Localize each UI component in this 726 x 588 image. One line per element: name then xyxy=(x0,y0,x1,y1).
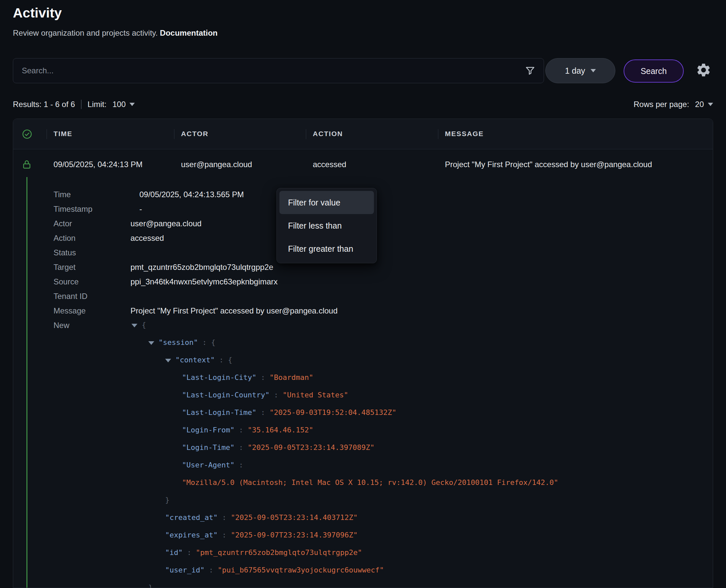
column-header-action: ACTION xyxy=(313,130,343,138)
column-header-time: TIME xyxy=(54,130,72,138)
json-key[interactable]: "Login-Time" xyxy=(182,443,235,451)
detail-value: 09/05/2025, 04:24:13.565 PM xyxy=(140,190,244,199)
json-colon: : xyxy=(270,391,283,399)
detail-row: Tenant ID xyxy=(13,289,713,303)
json-key[interactable]: "created_at" xyxy=(165,513,218,522)
activity-page: Activity Review organization and project… xyxy=(0,0,726,588)
json-line: "Last-Login-City" : "Boardman" xyxy=(131,369,558,386)
json-close-brace: } xyxy=(165,496,169,504)
time-range-dropdown[interactable]: 1 day xyxy=(545,58,615,83)
json-key[interactable]: "id" xyxy=(165,548,183,556)
search-box xyxy=(13,58,544,83)
json-key[interactable]: "context" xyxy=(175,356,215,364)
json-key[interactable]: "Last-Login-Country" xyxy=(182,391,270,399)
row-message: Project "My First Project" accessed by u… xyxy=(445,160,652,169)
lock-icon xyxy=(21,159,32,170)
limit-dropdown[interactable]: 100 xyxy=(112,100,135,109)
settings-gear-icon[interactable] xyxy=(696,62,711,78)
chevron-down-icon xyxy=(129,103,135,106)
json-key[interactable]: "User-Agent" xyxy=(182,461,235,469)
json-open-brace: { xyxy=(142,321,146,329)
rows-per-page-label: Rows per page: xyxy=(634,100,689,109)
limit-label: Limit: xyxy=(87,100,106,109)
json-key[interactable]: "expires_at" xyxy=(165,531,218,539)
json-colon: : xyxy=(218,531,231,539)
json-value[interactable]: "United States" xyxy=(283,391,348,399)
json-key[interactable]: "Last-Login-City" xyxy=(182,373,256,381)
json-key[interactable]: "Last-Login-Time" xyxy=(182,408,256,417)
json-line: "context" : { xyxy=(131,351,558,369)
json-value[interactable]: "Mozilla/5.0 (Macintosh; Intel Mac OS X … xyxy=(182,478,558,487)
json-colon: : xyxy=(183,548,196,556)
rows-per-page-dropdown[interactable]: 20 xyxy=(695,100,713,109)
search-button[interactable]: Search xyxy=(624,60,684,83)
json-open-brace: { xyxy=(211,338,215,346)
table-header: TIME ACTOR ACTION MESSAGE xyxy=(13,119,713,149)
subtitle-text: Review organization and projects activit… xyxy=(13,28,157,37)
row-action: accessed xyxy=(313,160,346,169)
page-subtitle: Review organization and projects activit… xyxy=(13,28,218,38)
detail-label: Tenant ID xyxy=(54,292,87,301)
json-key[interactable]: "Login-From" xyxy=(182,426,235,434)
json-line: "id" : "pmt_qzuntrr65zob2bmglqto73ulqtrg… xyxy=(131,544,558,561)
detail-label: Actor xyxy=(54,219,72,228)
json-value[interactable]: "35.164.46.152" xyxy=(248,426,314,434)
detail-value: - xyxy=(140,205,142,214)
json-line: "Mozilla/5.0 (Macintosh; Intel Mac OS X … xyxy=(131,474,558,491)
search-input[interactable] xyxy=(22,59,520,83)
detail-value: accessed xyxy=(130,234,164,243)
column-divider xyxy=(306,129,306,139)
collapse-arrow-icon[interactable] xyxy=(131,324,137,328)
divider xyxy=(81,100,82,109)
json-line: "created_at" : "2025-09-05T23:23:14.4037… xyxy=(131,509,558,526)
json-line: "user_id" : "pui_b67565vvqtraw3yojockugr… xyxy=(131,561,558,579)
json-colon: : xyxy=(205,566,218,574)
json-colon: : xyxy=(198,338,211,346)
column-header-actor: ACTOR xyxy=(181,130,208,138)
context-menu-item[interactable]: Filter less than xyxy=(279,214,374,237)
detail-label: Action xyxy=(54,234,76,243)
collapse-arrow-icon[interactable] xyxy=(148,341,154,345)
rows-per-page-value: 20 xyxy=(695,100,704,109)
detail-value: pmt_qzuntrr65zob2bmglqto73ulqtrgpp2e xyxy=(130,262,273,272)
chevron-down-icon xyxy=(708,103,713,106)
json-line: "Login-From" : "35.164.46.152" xyxy=(131,421,558,439)
column-divider xyxy=(47,129,47,139)
detail-label: Timestamp xyxy=(54,205,92,214)
json-colon: : xyxy=(215,356,228,364)
filter-funnel-icon[interactable] xyxy=(525,65,536,76)
row-time: 09/05/2025, 04:24:13 PM xyxy=(54,160,143,169)
json-value[interactable]: "pmt_qzuntrr65zob2bmglqto73ulqtrgpp2e" xyxy=(196,548,362,556)
row-actor: user@pangea.cloud xyxy=(181,160,252,169)
json-colon: : xyxy=(235,426,248,434)
json-colon: : xyxy=(256,408,270,417)
context-menu-item[interactable]: Filter for value xyxy=(279,191,374,214)
json-value[interactable]: "2025-09-05T23:23:14.397089Z" xyxy=(248,443,375,451)
json-line: "Login-Time" : "2025-09-05T23:23:14.3970… xyxy=(131,439,558,456)
context-menu-item[interactable]: Filter greater than xyxy=(279,237,374,260)
page-title: Activity xyxy=(13,5,62,21)
detail-label: Status xyxy=(54,248,76,257)
json-key[interactable]: "session" xyxy=(158,338,198,346)
json-value[interactable]: "2025-09-05T23:23:14.403712Z" xyxy=(231,513,358,522)
detail-label: Target xyxy=(54,262,76,272)
collapse-arrow-icon[interactable] xyxy=(165,359,171,362)
json-value[interactable]: "Boardman" xyxy=(270,373,313,381)
documentation-link[interactable]: Documentation xyxy=(160,28,218,37)
detail-label: Message xyxy=(54,306,86,315)
json-line: { xyxy=(131,316,558,334)
table-row[interactable]: 09/05/2025, 04:24:13 PM user@pangea.clou… xyxy=(13,149,713,180)
detail-row: Sourceppi_3n46tk4nwxn5etvlymc63epknbgima… xyxy=(13,274,713,289)
limit-value: 100 xyxy=(112,100,126,109)
json-line: "Last-Login-Time" : "2025-09-03T19:52:04… xyxy=(131,404,558,421)
json-value[interactable]: "2025-09-03T19:52:04.485132Z" xyxy=(270,408,397,417)
json-value[interactable]: "2025-09-07T23:23:14.397096Z" xyxy=(231,531,358,539)
check-circle-icon xyxy=(22,129,33,140)
column-header-message: MESSAGE xyxy=(445,130,484,138)
time-range-value: 1 day xyxy=(565,66,585,76)
json-value[interactable]: "pui_b67565vvqtraw3yojockugrc6ouwwecf" xyxy=(218,566,384,574)
json-key[interactable]: "user_id" xyxy=(165,566,205,574)
context-menu: Filter for valueFilter less thanFilter g… xyxy=(276,188,377,263)
column-divider xyxy=(174,129,174,139)
results-count: Results: 1 - 6 of 6 xyxy=(13,100,75,109)
